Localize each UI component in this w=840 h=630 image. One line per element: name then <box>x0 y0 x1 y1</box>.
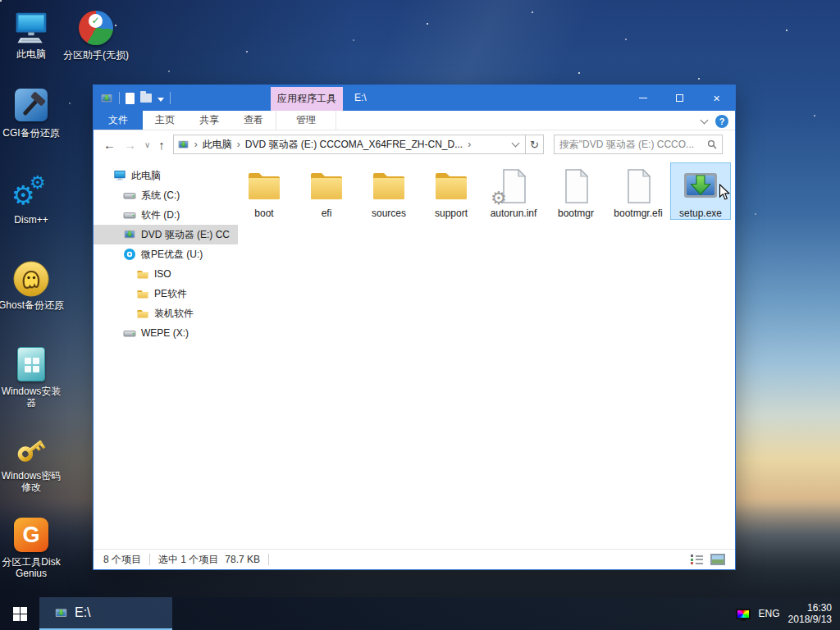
installer-box-icon <box>13 347 49 383</box>
view-switcher <box>691 554 725 565</box>
nav-item-this-pc[interactable]: 此电脑 <box>94 166 238 185</box>
window-title: E:\ <box>354 85 367 111</box>
divider <box>268 554 269 565</box>
tab-share[interactable]: 共享 <box>187 111 231 130</box>
back-icon[interactable]: ← <box>103 138 116 152</box>
folder-icon <box>369 167 409 206</box>
desktop-icon-label: 此电脑 <box>0 48 64 60</box>
system-tray: ENG 16:30 2018/9/13 <box>736 597 840 630</box>
drive-icon <box>123 326 136 340</box>
inf-file-icon: ⚙ <box>494 167 533 206</box>
desktop-icon-partition-assistant[interactable]: ✓ 分区助手(无损) <box>63 10 129 61</box>
ghost-icon <box>13 261 49 297</box>
recent-locations-icon[interactable]: ∨ <box>144 140 150 149</box>
file-item-boot[interactable]: boot <box>235 163 294 219</box>
breadcrumb-current[interactable]: DVD 驱动器 (E:) CCCOMA_X64FRE_ZH-CN_D... <box>245 138 463 152</box>
desktop-icon-windows-installer[interactable]: Windows安装器 <box>0 346 64 409</box>
new-folder-icon[interactable] <box>140 94 152 103</box>
nav-item-drive-d[interactable]: 软件 (D:) <box>94 205 238 225</box>
nav-item-label: PE软件 <box>154 287 187 301</box>
file-item-efi[interactable]: efi <box>297 163 356 219</box>
nav-item-drive-c[interactable]: 系统 (C:) <box>94 185 238 205</box>
computer-icon <box>113 169 126 182</box>
navigation-pane: 此电脑 系统 (C:) 软件 (D:) <box>94 158 238 550</box>
breadcrumb-chevron: › <box>466 139 472 150</box>
file-item-bootmgr[interactable]: bootmgr <box>546 163 605 219</box>
nav-item-drive-x[interactable]: WEPE (X:) <box>94 323 238 343</box>
partition-assistant-icon: ✓ <box>78 11 114 47</box>
taskbar-app-label: E:\ <box>75 605 91 620</box>
taskbar-setup-icon <box>54 606 68 620</box>
folder-icon <box>136 287 149 300</box>
desktop-icon-label: Windows安装器 <box>0 386 64 409</box>
large-icons-view-icon[interactable] <box>710 554 725 565</box>
file-label: support <box>422 208 481 219</box>
title-bar[interactable]: 应用程序工具 E:\ × <box>94 85 735 111</box>
desktop-icon-dism[interactable]: ⚙⚙ Dism++ <box>0 176 64 226</box>
taskbar-app-explorer[interactable]: E:\ <box>39 597 172 630</box>
file-label: autorun.inf <box>484 208 543 219</box>
quick-access-toolbar <box>100 85 171 111</box>
tab-view[interactable]: 查看 <box>231 111 276 130</box>
desktop-icon-label: Windows密码修改 <box>0 470 64 493</box>
up-icon[interactable]: ↑ <box>158 138 165 152</box>
customize-qat-icon[interactable] <box>158 98 164 102</box>
nav-item-usb-u[interactable]: 微PE优盘 (U:) <box>94 244 238 264</box>
minimize-button[interactable] <box>624 85 661 111</box>
file-item-sources[interactable]: sources <box>359 163 418 219</box>
details-view-icon[interactable] <box>691 554 704 565</box>
cgi-backup-icon <box>13 89 49 125</box>
refresh-button[interactable]: ↻ <box>526 135 544 154</box>
file-item-support[interactable]: support <box>422 163 481 219</box>
file-label: bootmgr.efi <box>609 208 668 219</box>
help-icon[interactable]: ? <box>715 115 728 128</box>
file-icon <box>619 167 658 206</box>
location-setup-icon <box>177 139 189 151</box>
forward-icon[interactable]: → <box>124 138 136 152</box>
desktop-icon-windows-password[interactable]: Windows密码修改 <box>0 431 64 493</box>
address-dropdown-icon[interactable] <box>511 139 519 148</box>
start-button[interactable] <box>0 597 39 630</box>
tab-manage[interactable]: 管理 <box>276 111 336 130</box>
display-tray-icon[interactable] <box>736 609 751 619</box>
search-input[interactable]: 搜索"DVD 驱动器 (E:) CCCO... <box>554 135 723 154</box>
breadcrumb-chevron: › <box>193 139 199 150</box>
nav-item-label: ISO <box>154 268 171 280</box>
nav-item-folder-pe[interactable]: PE软件 <box>94 284 238 304</box>
history-navigation: ← → ∨ ↑ <box>94 138 173 152</box>
nav-item-dvd-drive-e[interactable]: DVD 驱动器 (E:) CC <box>94 225 238 244</box>
window-setup-icon <box>100 92 113 105</box>
file-label: sources <box>359 208 418 219</box>
divider <box>170 92 171 104</box>
address-bar[interactable]: › 此电脑 › DVD 驱动器 (E:) CCCOMA_X64FRE_ZH-CN… <box>173 135 526 154</box>
contextual-tool-label: 应用程序工具 <box>271 87 343 111</box>
clock[interactable]: 16:30 2018/9/13 <box>788 602 832 625</box>
desktop-icon-cgi-backup[interactable]: CGI备份还原 <box>0 87 64 139</box>
gear-icon: ⚙ <box>491 189 507 208</box>
file-item-autorun[interactable]: ⚙ autorun.inf <box>484 163 543 219</box>
key-icon <box>13 431 49 468</box>
nav-item-folder-zhuangji[interactable]: 装机软件 <box>94 304 238 323</box>
file-item-bootmgr-efi[interactable]: bootmgr.efi <box>609 163 668 219</box>
language-indicator[interactable]: ENG <box>759 608 780 619</box>
time: 16:30 <box>788 602 832 614</box>
desktop-icon-ghost-backup[interactable]: Ghost备份还原 <box>0 261 64 311</box>
nav-item-label: 此电脑 <box>131 169 161 183</box>
tab-file[interactable]: 文件 <box>94 111 143 130</box>
tab-home[interactable]: 主页 <box>143 111 187 130</box>
nav-item-folder-iso[interactable]: ISO <box>94 264 238 284</box>
properties-icon[interactable] <box>126 93 135 104</box>
breadcrumb-root[interactable]: 此电脑 <box>203 138 232 152</box>
nav-item-label: WEPE (X:) <box>141 327 189 339</box>
desktop-icon-diskgenius[interactable]: G 分区工具DiskGenius <box>0 517 64 579</box>
taskbar: E:\ ENG 16:30 2018/9/13 <box>0 597 840 630</box>
selection-size: 78.7 KB <box>225 554 260 565</box>
window-controls: × <box>624 85 735 111</box>
desktop-icon-this-pc[interactable]: 此电脑 <box>0 10 64 60</box>
maximize-button[interactable] <box>661 85 698 111</box>
dvd-setup-icon <box>123 228 136 241</box>
nav-item-label: DVD 驱动器 (E:) CC <box>141 228 230 242</box>
ribbon-collapse-icon[interactable] <box>701 116 709 125</box>
close-button[interactable]: × <box>698 85 735 111</box>
folder-icon <box>136 307 149 320</box>
